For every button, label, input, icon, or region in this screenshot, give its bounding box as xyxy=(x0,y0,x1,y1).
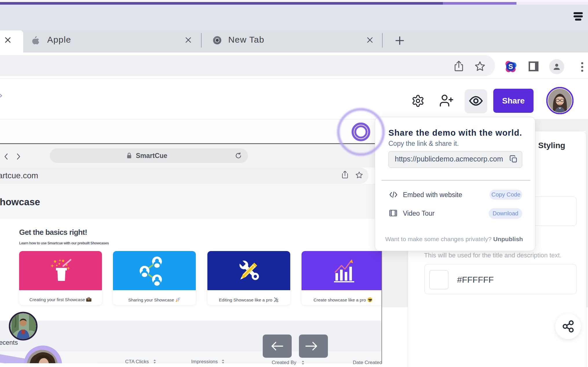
svg-text:S: S xyxy=(508,63,513,70)
